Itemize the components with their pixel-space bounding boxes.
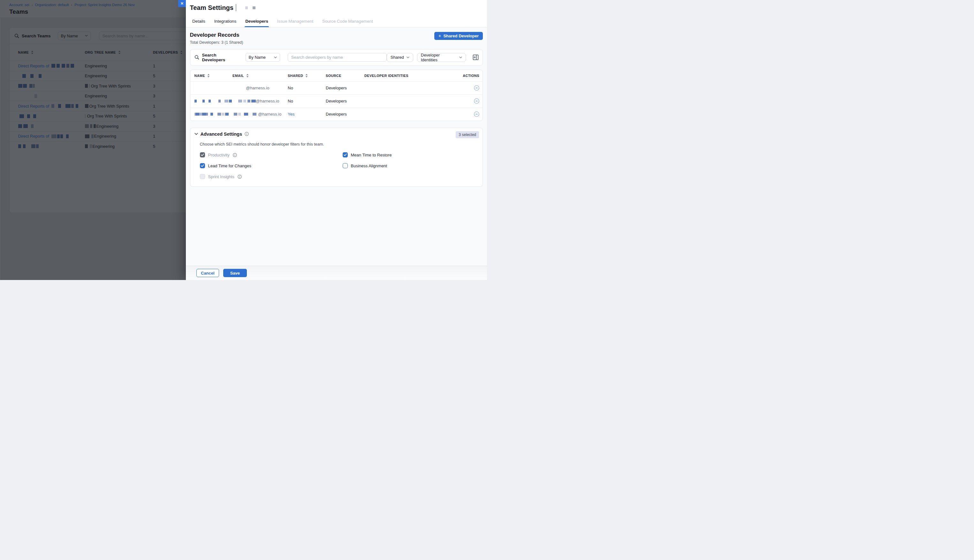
actions-cell — [460, 112, 479, 117]
team-settings-drawer: Team Settings DetailsIntegrationsDevelop… — [186, 0, 487, 280]
redacted-team-name — [245, 7, 255, 9]
actions-cell — [460, 98, 479, 104]
search-icon — [195, 55, 199, 60]
chevron-down-icon — [274, 57, 277, 58]
tab-details[interactable]: Details — [192, 15, 206, 27]
metric-checkbox-productivity: Productivity — [200, 152, 343, 158]
advanced-settings-title: Advanced Settings — [200, 132, 242, 137]
metric-checkbox-sprint-insights: Sprint Insights — [200, 173, 343, 180]
developer-search-by-select[interactable]: By Name — [245, 53, 280, 62]
chevron-down-icon — [195, 133, 198, 135]
column-header-actions: ACTIONS — [460, 74, 479, 78]
sort-icon[interactable] — [305, 74, 308, 78]
total-developers-text: Total Developers: 3 (1 Shared) — [190, 40, 244, 45]
developer-row[interactable]: @harness.ioNoDevelopers — [190, 82, 483, 95]
redacted-block — [202, 113, 206, 115]
info-icon — [245, 132, 249, 136]
actions-cell — [460, 85, 479, 91]
metric-checkbox-business-alignment[interactable]: Business Alignment — [343, 163, 479, 169]
developer-table-header: NAMEEMAILSHAREDSOURCEDEVELOPER IDENTITIE… — [190, 70, 483, 82]
tab-issue-management: Issue Management — [277, 15, 314, 27]
redacted-block — [202, 100, 205, 102]
shared-filter-dropdown[interactable]: Shared — [387, 53, 413, 62]
redacted-block — [234, 113, 237, 115]
checkbox-icon[interactable] — [343, 152, 348, 157]
redacted-block — [195, 100, 197, 102]
modal-overlay[interactable] — [0, 0, 186, 280]
developer-email-cell: @harness.io — [232, 112, 288, 117]
developer-identities-dropdown[interactable]: Developer Identities — [417, 53, 466, 62]
drawer-footer: Cancel Save — [186, 266, 487, 280]
shared-cell: No — [288, 85, 326, 90]
info-icon — [238, 175, 242, 179]
checkbox-icon[interactable] — [200, 163, 205, 168]
text-cursor — [236, 4, 236, 11]
chevron-down-icon — [459, 57, 462, 58]
redacted-block — [222, 113, 225, 115]
checkbox-icon — [200, 174, 205, 179]
redacted-block — [225, 113, 228, 115]
sort-icon[interactable] — [246, 74, 249, 78]
metric-checkbox-mean-time-to-restore[interactable]: Mean Time to Restore — [343, 152, 479, 158]
drawer-title: Team Settings — [190, 4, 234, 12]
redacted-block — [244, 113, 248, 115]
redacted-block — [244, 100, 246, 102]
remove-developer-icon[interactable] — [474, 98, 479, 104]
redacted-block — [195, 113, 199, 115]
redacted-block — [253, 113, 257, 115]
search-developers-label: Search Developers — [202, 53, 240, 62]
remove-developer-icon[interactable] — [474, 85, 479, 91]
developer-row[interactable]: @harness.ioYesDevelopers — [190, 108, 483, 121]
column-header-source: SOURCE — [326, 74, 364, 78]
developer-search-by-value: By Name — [249, 55, 266, 60]
source-cell: Developers — [326, 112, 364, 117]
add-shared-developer-button[interactable]: + Shared Developer — [434, 32, 483, 40]
tab-developers[interactable]: Developers — [245, 15, 269, 27]
section-title: Developer Records — [190, 32, 244, 38]
developer-search-input[interactable] — [288, 53, 387, 62]
developer-email-cell: @harness.io — [232, 99, 288, 103]
remove-developer-icon[interactable] — [474, 112, 479, 117]
developer-row[interactable]: @harness.ioNoDevelopers — [190, 95, 483, 108]
chevron-down-icon — [407, 57, 409, 58]
redacted-block — [218, 100, 221, 102]
metrics-checkbox-grid: ProductivityLead Time for ChangesSprint … — [200, 152, 479, 180]
advanced-settings-header[interactable]: Advanced Settings 3 selected — [195, 132, 479, 137]
drawer-body: Developer Records Total Developers: 3 (1… — [186, 27, 487, 266]
advanced-settings-description: Choose which SEI metrics should honor de… — [200, 142, 479, 147]
redacted-block — [238, 113, 241, 115]
source-cell: Developers — [326, 99, 364, 103]
redacted-block — [251, 100, 256, 102]
selected-count-badge: 3 selected — [456, 131, 479, 138]
redacted-block — [253, 7, 255, 9]
column-header-shared[interactable]: SHARED — [288, 74, 326, 78]
shared-cell: No — [288, 99, 326, 103]
redacted-block — [199, 113, 202, 115]
redacted-block — [247, 100, 250, 102]
plus-icon: + — [439, 33, 441, 38]
sort-icon[interactable] — [207, 74, 210, 78]
info-icon — [233, 153, 237, 157]
redacted-block — [229, 100, 232, 102]
drawer-close-button[interactable]: ✕ — [178, 0, 186, 7]
drawer-header: Team Settings — [186, 0, 487, 15]
column-header-email[interactable]: EMAIL — [232, 74, 288, 78]
developer-name-cell — [195, 87, 233, 89]
shared-cell: Yes — [288, 112, 326, 117]
add-column-icon[interactable] — [473, 54, 479, 60]
developer-name-cell — [195, 113, 233, 115]
save-button[interactable]: Save — [223, 269, 247, 277]
developer-table-card: NAMEEMAILSHAREDSOURCEDEVELOPER IDENTITIE… — [190, 70, 483, 121]
tab-source-code-management: Source Code Management — [322, 15, 374, 27]
checkbox-icon — [200, 152, 205, 157]
redacted-block — [238, 100, 242, 102]
column-header-name[interactable]: NAME — [195, 74, 233, 78]
tab-integrations[interactable]: Integrations — [213, 15, 237, 27]
redacted-block — [210, 113, 213, 115]
developer-name-cell — [195, 100, 233, 102]
metric-checkbox-lead-time-for-changes[interactable]: Lead Time for Changes — [200, 163, 343, 169]
cancel-button[interactable]: Cancel — [197, 269, 219, 277]
column-header-developer-identities: DEVELOPER IDENTITIES — [364, 74, 460, 78]
checkbox-icon[interactable] — [343, 163, 348, 168]
redacted-block — [217, 113, 221, 115]
